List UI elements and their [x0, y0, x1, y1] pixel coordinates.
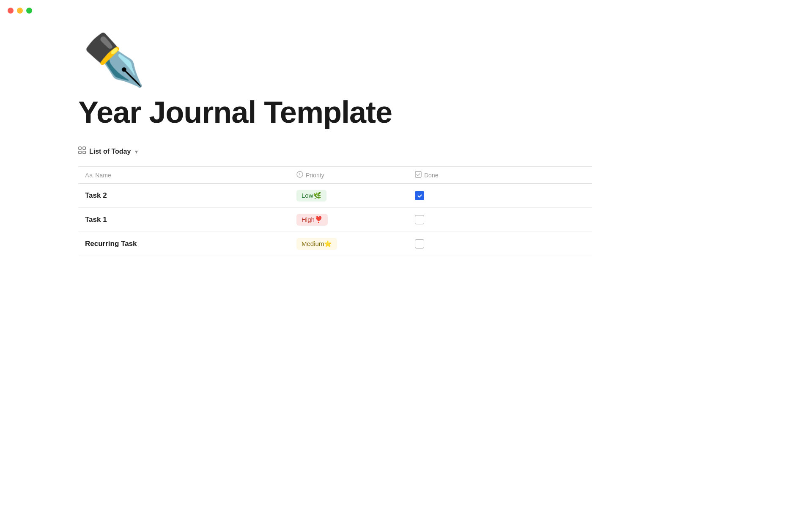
cell-priority[interactable]: Medium⭐ [290, 232, 408, 256]
cell-name[interactable]: Task 1 [78, 208, 290, 232]
chevron-down-icon: ▾ [135, 148, 138, 155]
priority-icon [296, 171, 303, 179]
maximize-button[interactable] [26, 8, 32, 14]
grid-icon [78, 146, 86, 156]
column-name-label: Name [95, 172, 111, 179]
close-button[interactable] [8, 8, 14, 14]
minimize-button[interactable] [17, 8, 23, 14]
cell-done[interactable] [408, 184, 592, 208]
column-done-label: Done [424, 172, 438, 179]
cell-priority[interactable]: Low🌿 [290, 184, 408, 208]
data-table: Aa Name Priority [78, 166, 592, 256]
checkbox-unchecked[interactable] [415, 215, 424, 224]
priority-badge-high: High❣️ [296, 214, 328, 226]
cell-priority[interactable]: High❣️ [290, 208, 408, 232]
table-row: Task 1 High❣️ [78, 208, 592, 232]
cell-name[interactable]: Task 2 [78, 184, 290, 208]
checkbox-unchecked-container[interactable] [415, 215, 585, 224]
priority-badge-medium: Medium⭐ [296, 238, 337, 250]
view-selector[interactable]: List of Today ▾ [78, 146, 138, 156]
column-header-name: Aa Name [78, 167, 290, 184]
svg-rect-3 [83, 151, 85, 154]
column-header-priority: Priority [290, 167, 408, 184]
priority-badge-low: Low🌿 [296, 190, 326, 202]
page-content: ✒️ Year Journal Template List of Today ▾… [0, 0, 592, 290]
task-name: Task 1 [85, 215, 107, 224]
table-header-row: Aa Name Priority [78, 167, 592, 184]
checkbox-header-icon [415, 171, 422, 179]
view-label: List of Today [89, 148, 131, 155]
cell-done[interactable] [408, 232, 592, 256]
svg-rect-1 [83, 147, 85, 149]
column-header-done: Done [408, 167, 592, 184]
table-row: Recurring Task Medium⭐ [78, 232, 592, 256]
task-name: Task 2 [85, 191, 107, 199]
svg-rect-0 [79, 147, 81, 149]
svg-rect-2 [79, 151, 81, 154]
table-row: Task 2 Low🌿 [78, 184, 592, 208]
text-format-icon: Aa [85, 171, 93, 179]
traffic-lights [8, 8, 32, 14]
checkbox-unchecked[interactable] [415, 239, 424, 248]
svg-rect-6 [415, 171, 421, 177]
svg-point-5 [299, 176, 300, 177]
task-name: Recurring Task [85, 240, 137, 248]
cell-name[interactable]: Recurring Task [78, 232, 290, 256]
column-priority-label: Priority [306, 172, 324, 179]
page-icon: ✒️ [82, 34, 592, 85]
page-title[interactable]: Year Journal Template [78, 95, 592, 130]
checkbox-checked-container[interactable] [415, 191, 585, 200]
checkbox-checked[interactable] [415, 191, 424, 200]
cell-done[interactable] [408, 208, 592, 232]
checkbox-unchecked-container[interactable] [415, 239, 585, 248]
